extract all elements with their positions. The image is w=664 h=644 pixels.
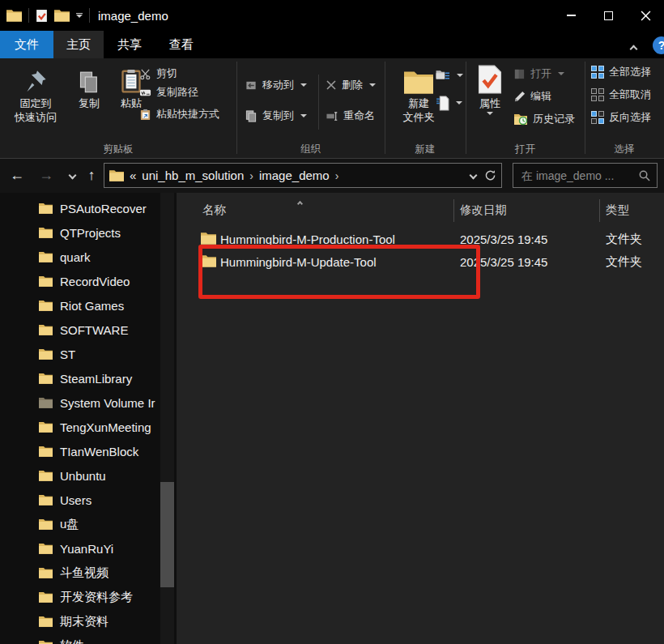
- sidebar-folder-item[interactable]: 软件: [0, 633, 177, 644]
- copy-button[interactable]: 复制: [70, 62, 109, 110]
- new-group-label: 新建: [385, 143, 466, 156]
- folder-icon: [201, 254, 216, 267]
- sidebar-folder-item[interactable]: 斗鱼视频: [0, 561, 177, 585]
- open-button[interactable]: 打开: [513, 65, 564, 83]
- sidebar-item-label: 开发资料参考: [60, 590, 133, 605]
- sidebar-folder-item[interactable]: Unbuntu: [0, 463, 177, 488]
- history-button[interactable]: 历史记录: [513, 110, 575, 128]
- sidebar-folder-item[interactable]: Riot Games: [0, 293, 177, 318]
- folder-icon: [39, 543, 53, 554]
- new-item-button[interactable]: [436, 94, 462, 112]
- back-button[interactable]: ←: [6, 164, 28, 186]
- file-row[interactable]: Hummingbird-M-Production-Tool 2025/3/25 …: [177, 228, 664, 250]
- search-icon[interactable]: [638, 169, 650, 181]
- copy-path-button[interactable]: 复制路径: [139, 83, 198, 101]
- select-all-button[interactable]: 全部选择: [591, 63, 651, 81]
- column-header-type[interactable]: 类型: [606, 203, 629, 218]
- maximize-button[interactable]: [590, 0, 627, 31]
- copy-to-button[interactable]: 复制到: [245, 107, 307, 125]
- pin-to-quick-access-button[interactable]: 固定到 快速访问: [3, 62, 68, 124]
- copy-label: 复制: [79, 96, 100, 110]
- folder-icon: [201, 232, 216, 245]
- sidebar-folder-item[interactable]: SOFTWARE: [0, 318, 177, 342]
- column-divider[interactable]: [453, 199, 454, 222]
- sidebar-folder-item[interactable]: quark: [0, 245, 177, 269]
- breadcrumb-separator[interactable]: ›: [249, 169, 253, 182]
- close-button[interactable]: [627, 0, 664, 31]
- divider: [318, 75, 319, 130]
- sidebar-folder-item[interactable]: TIanWenBlock: [0, 439, 177, 463]
- sidebar-folder-item[interactable]: PSAutoRecover: [0, 196, 177, 220]
- file-row[interactable]: Hummingbird-M-Update-Tool 2025/3/25 19:4…: [177, 250, 664, 273]
- tab-view[interactable]: 查看: [155, 31, 207, 58]
- sidebar-folder-item[interactable]: Users: [0, 488, 177, 512]
- recent-locations-button[interactable]: [62, 164, 83, 186]
- sidebar-item-label: SOFTWARE: [60, 323, 128, 337]
- rename-button[interactable]: 重命名: [326, 107, 375, 125]
- move-to-button[interactable]: 移动到: [245, 76, 307, 94]
- help-button[interactable]: ?: [653, 36, 664, 54]
- search-input[interactable]: [520, 168, 638, 183]
- tab-file[interactable]: 文件: [0, 31, 53, 58]
- tab-home[interactable]: 主页: [53, 31, 104, 58]
- address-dropdown-icon[interactable]: [470, 172, 478, 180]
- edit-button[interactable]: 编辑: [513, 87, 551, 105]
- properties-button[interactable]: 属性: [471, 62, 509, 115]
- qat-customize-chevron-icon[interactable]: [76, 13, 83, 19]
- breadcrumb-crumb[interactable]: uni_hb_m_solution: [142, 168, 244, 182]
- move-to-label: 移动到: [262, 78, 294, 92]
- divider: [466, 62, 466, 154]
- sidebar-folder-item[interactable]: TengXunMeeting: [0, 415, 177, 439]
- minimize-button[interactable]: [552, 0, 590, 31]
- address-bar[interactable]: « uni_hb_m_solution › image_demo ›: [104, 163, 502, 188]
- sidebar-scrollbar-thumb[interactable]: [160, 482, 174, 587]
- title-bar: image_demo: [0, 0, 664, 31]
- file-name[interactable]: Hummingbird-M-Update-Tool: [220, 255, 377, 269]
- sidebar-folder-item[interactable]: System Volume Ir: [0, 390, 177, 415]
- new-folder-qat-icon[interactable]: [54, 9, 70, 22]
- collapse-ribbon-button[interactable]: [631, 41, 636, 55]
- tab-share[interactable]: 共享: [104, 31, 155, 58]
- sidebar-item-label: RecordVideo: [60, 275, 130, 288]
- sidebar-folder-item[interactable]: SteamLibrary: [0, 366, 177, 390]
- properties-icon: [478, 62, 502, 94]
- breadcrumb-separator[interactable]: ›: [335, 169, 339, 182]
- sidebar-folder-item[interactable]: QTProjects: [0, 220, 177, 245]
- sidebar-folder-item[interactable]: YuanRuYi: [0, 536, 177, 561]
- sidebar-item-label: YuanRuYi: [60, 542, 113, 556]
- invert-selection-icon: [591, 111, 604, 124]
- search-box[interactable]: [513, 163, 658, 188]
- dropdown-icon: [369, 83, 376, 87]
- forward-button[interactable]: →: [36, 164, 57, 186]
- breadcrumb-crumb[interactable]: image_demo: [259, 168, 330, 182]
- column-divider[interactable]: [599, 199, 600, 222]
- new-folder-label-line1: 新建: [408, 96, 429, 110]
- select-none-button[interactable]: 全部取消: [591, 86, 651, 104]
- sidebar-folder-item[interactable]: 期末资料: [0, 609, 177, 633]
- column-header-date[interactable]: 修改日期: [460, 203, 507, 218]
- open-icon: [513, 68, 526, 80]
- properties-check-icon[interactable]: [36, 9, 48, 23]
- file-name[interactable]: Hummingbird-M-Production-Tool: [220, 232, 395, 246]
- easy-access-button[interactable]: [434, 66, 463, 84]
- column-header-name[interactable]: 名称: [202, 203, 226, 218]
- invert-selection-button[interactable]: 反向选择: [591, 109, 651, 126]
- up-button[interactable]: ↑: [81, 164, 102, 186]
- address-bar-row: ← → ↑ « uni_hb_m_solution › image_demo ›: [0, 159, 664, 193]
- delete-button[interactable]: 删除: [326, 76, 376, 94]
- sidebar-folder-item[interactable]: ST: [0, 342, 177, 366]
- paste-shortcut-button[interactable]: 粘贴快捷方式: [139, 105, 219, 123]
- breadcrumb-prefix[interactable]: «: [130, 168, 136, 182]
- minimize-icon: [567, 15, 576, 16]
- sidebar-folder-item[interactable]: RecordVideo: [0, 269, 177, 293]
- refresh-icon[interactable]: [484, 169, 496, 181]
- sidebar-folder-item[interactable]: u盘: [0, 512, 177, 536]
- file-date-modified: 2025/3/25 19:45: [460, 255, 547, 269]
- cut-button[interactable]: 剪切: [139, 65, 177, 83]
- sidebar-item-label: TIanWenBlock: [60, 445, 138, 458]
- sidebar-folder-item[interactable]: 开发资料参考: [0, 585, 177, 609]
- folder-icon: [39, 518, 53, 530]
- sidebar-item-label: Users: [60, 493, 92, 507]
- folder-icon: [39, 640, 53, 644]
- sort-ascending-icon: [298, 194, 302, 209]
